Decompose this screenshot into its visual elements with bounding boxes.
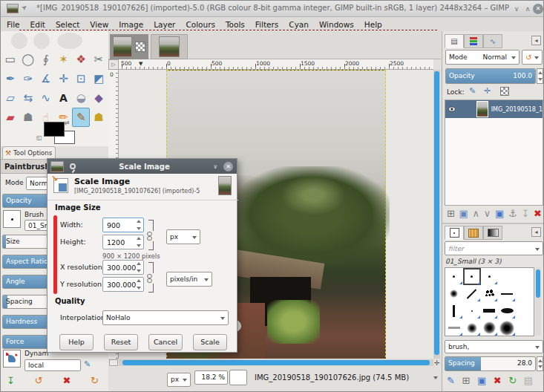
brush-soft-xlarge[interactable] [498, 319, 516, 336]
menu-item-file[interactable]: File [7, 20, 20, 29]
horizontal-ruler[interactable]: ▼ 50005001000150020002500 [119, 59, 433, 70]
menu-item-help[interactable]: Help [364, 20, 382, 29]
navigation-icon[interactable]: ✛ [434, 359, 440, 367]
refresh-brushes-icon[interactable]: ↻ [508, 376, 517, 385]
foreground-color-swatch[interactable] [44, 122, 65, 137]
brush-gray-line[interactable] [445, 319, 463, 336]
delete-tool-preset-icon[interactable]: ✖ [62, 376, 71, 385]
vertical-scrollbar[interactable] [433, 70, 440, 359]
bucket-fill-tool-icon[interactable]: ◒ [72, 88, 90, 108]
scale-button[interactable]: Scale [193, 334, 227, 350]
select-by-color-tool-icon[interactable]: ❖ [72, 50, 90, 69]
width-input[interactable]: 900 [102, 218, 144, 232]
height-spinner[interactable] [135, 237, 142, 247]
unified-transform-tool-icon[interactable]: ◩ [90, 69, 108, 88]
shear-tool-icon[interactable]: ▱ [1, 88, 19, 108]
menu-item-colours[interactable]: Colours [186, 20, 215, 29]
brush-vertical-bar[interactable] [445, 302, 463, 319]
dock-menu-button[interactable]: ◂ [531, 227, 541, 237]
tab-gradients[interactable] [483, 226, 502, 240]
edit-dynamics-icon[interactable]: ✎ [84, 359, 91, 369]
brush-diagonal-stroke[interactable] [463, 285, 481, 302]
tab-channels[interactable] [464, 34, 483, 48]
merge-down-icon[interactable]: ↧ [521, 209, 529, 218]
brush-horizontal-bar[interactable] [481, 302, 499, 319]
brush-empty-1[interactable] [498, 268, 516, 285]
tab-paths[interactable]: ∿ [483, 34, 502, 48]
menu-item-filters[interactable]: Filters [255, 20, 278, 29]
eraser-tool-icon[interactable]: ▰ [1, 108, 19, 127]
horizontal-scrollbar-thumb[interactable] [122, 360, 430, 365]
menu-item-windows[interactable]: Windows [319, 20, 354, 29]
menu-item-edit[interactable]: Edit [30, 20, 45, 29]
measure-tool-icon[interactable]: ∡ [37, 69, 55, 88]
brush-empty-3[interactable] [516, 285, 534, 302]
lock-position-icon[interactable]: ✛ [484, 86, 491, 96]
menu-item-view[interactable]: View [90, 20, 108, 29]
dialog-titlebar[interactable]: Scale Image ∨ ✕ [47, 159, 237, 174]
brush-dot-small[interactable] [445, 268, 463, 285]
x-resolution-input[interactable]: 300.000 [102, 260, 144, 275]
brush-filter-entry[interactable]: filter [445, 241, 543, 255]
default-colors-icon[interactable]: ◱ [36, 134, 42, 141]
visibility-eye-icon[interactable] [448, 105, 456, 113]
delete-brush-icon[interactable]: ✖ [494, 376, 502, 385]
unit-select[interactable]: px [166, 229, 200, 244]
brush-tag-select[interactable]: brush, [445, 340, 543, 353]
save-tool-preset-icon[interactable]: ↧ [7, 376, 15, 385]
rectangle-select-tool-icon[interactable]: ▭ [1, 50, 19, 69]
color-picker-tool-icon[interactable]: ✑ [19, 69, 37, 88]
delete-layer-icon[interactable]: ✖ [534, 209, 542, 218]
move-tool-icon[interactable]: ✛ [55, 69, 73, 88]
minimize-button[interactable]: ∨ [511, 4, 522, 14]
chain-link-icon[interactable] [148, 262, 154, 273]
zoom-select[interactable] [229, 370, 247, 385]
layer-row-selected[interactable]: IMG_20190518_1 [445, 100, 543, 118]
quickmask-toggle[interactable] [109, 359, 118, 366]
brush-empty-5[interactable] [516, 319, 534, 336]
reset-tool-options-icon[interactable]: ↻ [91, 376, 99, 385]
brush-soft-medium[interactable] [463, 319, 481, 336]
menu-item-layer[interactable]: Layer [154, 20, 175, 29]
layer-mode-select[interactable]: Mode Normal [445, 50, 520, 65]
ellipse-select-tool-icon[interactable]: ◯ [19, 50, 37, 69]
cancel-button[interactable]: Cancel [148, 334, 183, 350]
brush-dot-small-2[interactable] [481, 268, 499, 285]
fuzzy-select-tool-icon[interactable]: ✶ [55, 50, 73, 69]
reset-button[interactable]: Reset [104, 334, 138, 350]
help-button[interactable]: Help [59, 334, 94, 350]
opacity-spinner[interactable] [537, 68, 543, 84]
brush-scrollbar-thumb[interactable] [536, 270, 540, 298]
chain-link-icon[interactable] [148, 241, 154, 250]
raise-layer-icon[interactable]: ∧ [473, 209, 480, 218]
brush-01-small-selected[interactable] [463, 268, 481, 285]
new-layer-icon[interactable]: ⊞ [447, 209, 455, 218]
brush-spacing-slider[interactable]: Spacing 28.0 [445, 356, 536, 371]
dock-menu-button[interactable]: ◂ [531, 36, 541, 45]
chain-link-icon[interactable] [148, 220, 154, 231]
brush-empty-4[interactable] [516, 302, 534, 319]
brush-dot-tiny[interactable] [463, 302, 481, 319]
vertical-scrollbar-thumb[interactable] [434, 71, 439, 355]
brush-soft-small[interactable] [445, 285, 463, 302]
width-spinner[interactable] [135, 220, 142, 230]
duplicate-layer-icon[interactable]: ▣ [495, 209, 504, 218]
horizontal-scrollbar[interactable] [119, 359, 433, 366]
open-brush-as-image-icon[interactable]: ▤ [524, 376, 533, 385]
pin-icon[interactable] [70, 163, 76, 169]
clone-tool-icon[interactable]: ☗ [19, 108, 37, 127]
image-tab-2-active[interactable] [151, 34, 188, 59]
flip-tool-icon[interactable]: ⇆ [19, 88, 37, 108]
dialog-close-button[interactable]: ✕ [223, 162, 233, 172]
brush-ellipse[interactable] [498, 302, 516, 319]
brush-soft-large[interactable] [481, 319, 499, 336]
gradient-tool-icon[interactable]: ◆ [90, 88, 108, 108]
duplicate-brush-icon[interactable]: ▣ [477, 376, 486, 385]
interpolation-select[interactable]: NoHalo [102, 310, 229, 325]
menu-item-tools[interactable]: Tools [226, 20, 245, 29]
free-select-tool-icon[interactable]: ∮ [37, 50, 55, 69]
close-window-button[interactable]: ✕ [533, 4, 543, 14]
lock-pixels-icon[interactable]: ✎ [469, 86, 476, 96]
window-titlebar[interactable]: ➤ *[IMG_20190518_190107626] (imported)-5… [1, 1, 544, 17]
scissors-select-tool-icon[interactable]: ✂ [90, 50, 108, 69]
